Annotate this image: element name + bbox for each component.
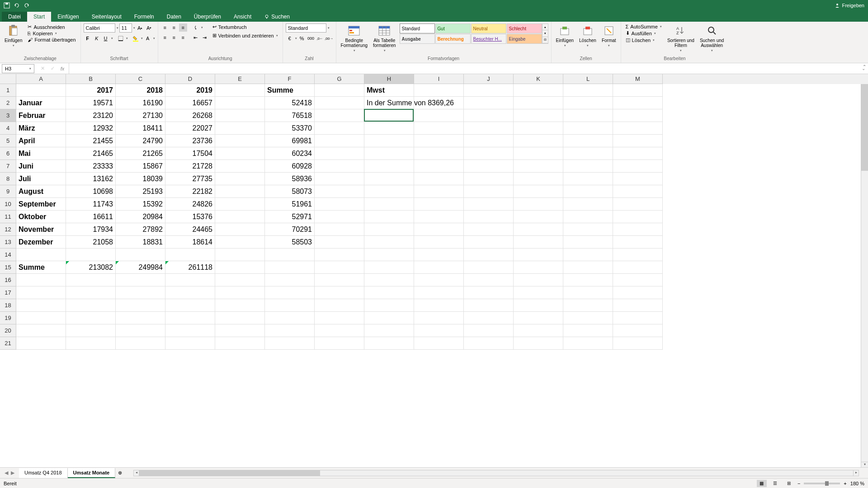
cell-I10[interactable] — [414, 198, 464, 211]
cell-M7[interactable] — [613, 160, 663, 173]
cell-E14[interactable] — [215, 249, 265, 261]
scroll-right-button[interactable]: ▸ — [853, 470, 859, 476]
cell-H1[interactable]: Mwst — [364, 84, 414, 97]
cell-K21[interactable] — [514, 337, 563, 350]
cell-I6[interactable] — [414, 147, 464, 160]
cell-I18[interactable] — [414, 299, 464, 312]
cell-D10[interactable]: 24826 — [165, 198, 215, 211]
conditional-formatting-button[interactable]: Bedingte Formatierung▾ — [339, 23, 369, 53]
style-schlecht[interactable]: Schlecht — [507, 23, 542, 33]
cell-D2[interactable]: 16657 — [165, 97, 215, 109]
cell-L18[interactable] — [563, 299, 613, 312]
cell-K20[interactable] — [514, 324, 563, 337]
row-header-2[interactable]: 2 — [0, 97, 16, 109]
add-sheet-button[interactable]: ⊕ — [115, 470, 124, 476]
cell-J3[interactable] — [464, 109, 514, 122]
col-header-G[interactable]: G — [315, 74, 364, 84]
cell-H3[interactable] — [364, 109, 414, 122]
cell-J10[interactable] — [464, 198, 514, 211]
indent-increase-button[interactable]: ⇥ — [201, 33, 209, 42]
row-header-21[interactable]: 21 — [0, 337, 16, 350]
cell-B4[interactable]: 12932 — [66, 122, 116, 135]
cancel-button[interactable]: ✕ — [38, 65, 47, 73]
cell-G1[interactable] — [315, 84, 364, 97]
cell-L8[interactable] — [563, 173, 613, 185]
cell-L21[interactable] — [563, 337, 613, 350]
cell-F12[interactable]: 70291 — [265, 223, 315, 236]
cell-F15[interactable] — [265, 261, 315, 274]
underline-button[interactable]: U — [102, 34, 110, 42]
cell-F4[interactable]: 53370 — [265, 122, 315, 135]
cell-H4[interactable] — [364, 122, 414, 135]
cell-J7[interactable] — [464, 160, 514, 173]
cell-C1[interactable]: 2018 — [116, 84, 165, 97]
cell-F6[interactable]: 60234 — [265, 147, 315, 160]
percent-button[interactable]: % — [298, 34, 306, 42]
cell-F8[interactable]: 58936 — [265, 173, 315, 185]
cell-M13[interactable] — [613, 236, 663, 249]
tab-file[interactable]: Datei — [2, 12, 27, 22]
cell-A10[interactable]: September — [16, 198, 66, 211]
cell-D15[interactable]: 261118 — [165, 261, 215, 274]
cell-E3[interactable] — [215, 109, 265, 122]
cell-F13[interactable]: 58503 — [265, 236, 315, 249]
cell-M5[interactable] — [613, 135, 663, 147]
cell-A14[interactable] — [16, 249, 66, 261]
cell-I14[interactable] — [414, 249, 464, 261]
cell-C3[interactable]: 27130 — [116, 109, 165, 122]
cell-B13[interactable]: 21058 — [66, 236, 116, 249]
cell-I3[interactable] — [414, 109, 464, 122]
cell-K15[interactable] — [514, 261, 563, 274]
cell-I19[interactable] — [414, 312, 464, 324]
cell-B9[interactable]: 10698 — [66, 185, 116, 198]
cell-I1[interactable] — [414, 84, 464, 97]
cell-C6[interactable]: 21265 — [116, 147, 165, 160]
comma-button[interactable]: 000 — [307, 34, 315, 42]
sort-filter-button[interactable]: AZ Sortieren und Filtern▾ — [665, 23, 696, 53]
cell-H18[interactable] — [364, 299, 414, 312]
cell-C17[interactable] — [116, 286, 165, 299]
cell-B8[interactable]: 13162 — [66, 173, 116, 185]
cell-F17[interactable] — [265, 286, 315, 299]
paste-button[interactable]: Einfügen ▾ — [3, 23, 24, 48]
cell-G20[interactable] — [315, 324, 364, 337]
cell-M17[interactable] — [613, 286, 663, 299]
row-header-19[interactable]: 19 — [0, 312, 16, 324]
sheet-nav-prev[interactable]: ◀ — [5, 470, 8, 476]
cell-G19[interactable] — [315, 312, 364, 324]
cell-I9[interactable] — [414, 185, 464, 198]
align-middle-button[interactable]: ≡ — [170, 23, 178, 32]
cell-E10[interactable] — [215, 198, 265, 211]
col-header-B[interactable]: B — [66, 74, 116, 84]
cell-A5[interactable]: April — [16, 135, 66, 147]
cell-A21[interactable] — [16, 337, 66, 350]
view-page-break-button[interactable]: ⊞ — [784, 480, 794, 487]
col-header-J[interactable]: J — [464, 74, 514, 84]
cell-G12[interactable] — [315, 223, 364, 236]
cell-D21[interactable] — [165, 337, 215, 350]
tab-page-layout[interactable]: Seitenlayout — [85, 12, 128, 22]
search-box[interactable]: Suchen — [258, 12, 296, 22]
row-header-6[interactable]: 6 — [0, 147, 16, 160]
cell-H5[interactable] — [364, 135, 414, 147]
wrap-text-button[interactable]: ↩Textumbruch — [211, 23, 280, 30]
cell-E8[interactable] — [215, 173, 265, 185]
accounting-format-button[interactable]: € — [286, 34, 294, 42]
cell-F3[interactable]: 76518 — [265, 109, 315, 122]
format-table-button[interactable]: Als Tabelle formatieren▾ — [371, 23, 398, 53]
zoom-value[interactable]: 180 % — [850, 481, 864, 486]
cell-A9[interactable]: August — [16, 185, 66, 198]
cell-F21[interactable] — [265, 337, 315, 350]
cell-D7[interactable]: 21728 — [165, 160, 215, 173]
cell-E6[interactable] — [215, 147, 265, 160]
cell-M2[interactable] — [613, 97, 663, 109]
cell-G15[interactable] — [315, 261, 364, 274]
cell-G3[interactable] — [315, 109, 364, 122]
cell-M20[interactable] — [613, 324, 663, 337]
cell-G10[interactable] — [315, 198, 364, 211]
row-header-4[interactable]: 4 — [0, 122, 16, 135]
cell-K19[interactable] — [514, 312, 563, 324]
font-name-input[interactable] — [84, 23, 115, 33]
cell-D8[interactable]: 27735 — [165, 173, 215, 185]
style-besucht[interactable]: Besuchter H... — [471, 34, 506, 44]
